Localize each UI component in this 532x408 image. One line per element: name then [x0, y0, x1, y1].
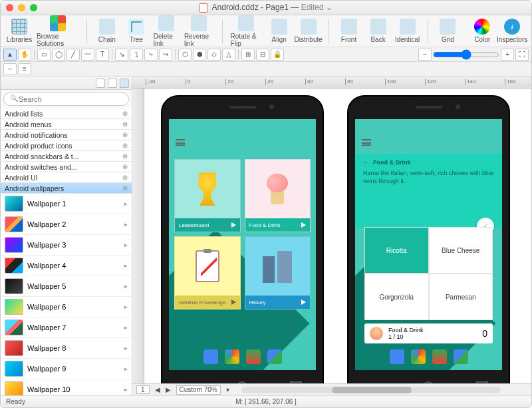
recent-icon[interactable] [476, 381, 488, 383]
delete-link-button[interactable]: Delete link [154, 15, 179, 47]
close-icon[interactable]: ⊗ [122, 184, 128, 192]
curve-tool[interactable]: 〰 [81, 49, 94, 61]
connector-tool-2[interactable]: ⤵ [130, 49, 143, 61]
connector-tool-3[interactable]: ⤷ [144, 49, 158, 61]
library-item[interactable]: Wallpaper 5▸ [1, 276, 132, 297]
category-item[interactable]: Android product icons⊗ [1, 140, 132, 151]
align-button[interactable]: Align [267, 19, 291, 43]
scroll-right-button[interactable]: ▶ [166, 386, 171, 393]
view-grid-icon[interactable] [96, 79, 105, 88]
recent-icon[interactable] [290, 381, 302, 383]
scroll-left-button[interactable]: ◀ [155, 386, 160, 393]
distribute-button[interactable]: Distribute [297, 19, 321, 43]
tree-button[interactable]: Tree [124, 19, 148, 43]
chain-button[interactable]: Chain [95, 19, 119, 43]
close-icon[interactable]: ⊗ [122, 110, 128, 117]
inspectors-button[interactable]: iInspectors [499, 19, 525, 43]
color-button[interactable]: Color [470, 19, 494, 43]
close-icon[interactable]: ⊗ [122, 163, 128, 170]
search-toggle-icon[interactable] [120, 79, 129, 88]
hand-tool[interactable]: ✋ [18, 49, 31, 61]
answer-option[interactable]: Blue Cheese [429, 227, 493, 274]
answer-option[interactable]: Gorgonzola [364, 274, 429, 320]
ungroup-tool[interactable]: ⊟ [256, 49, 269, 61]
close-icon[interactable]: ⊗ [122, 174, 128, 181]
pointer-tool[interactable]: ▲ [3, 49, 17, 61]
connector-tool-4[interactable]: ↪ [159, 49, 172, 61]
library-item[interactable]: Wallpaper 8▸ [1, 338, 132, 359]
app-icon[interactable] [267, 349, 282, 364]
library-item[interactable]: Wallpaper 4▸ [1, 256, 132, 276]
line-tool[interactable]: ╱ [66, 49, 80, 61]
front-button[interactable]: Front [337, 19, 361, 43]
answer-option[interactable]: Ricotta [364, 227, 429, 274]
category-item[interactable]: Android switches and...⊗ [1, 162, 132, 172]
library-item[interactable]: Wallpaper 3▸ [1, 235, 132, 256]
identical-button[interactable]: Identical [396, 19, 420, 43]
back-arrow-icon[interactable]: ← [363, 159, 369, 166]
card-food[interactable]: Food & Drink [245, 159, 311, 232]
format-btn-2[interactable]: ≡ [18, 63, 31, 75]
category-item[interactable]: Android snackbars & t...⊗ [1, 151, 132, 162]
close-icon[interactable]: ⊗ [122, 152, 128, 160]
app-icon[interactable] [454, 349, 468, 364]
back-button[interactable]: Back [366, 19, 390, 43]
close-icon[interactable]: ⊗ [122, 120, 128, 128]
connector-tool-1[interactable]: ↘ [115, 49, 128, 61]
phone-mockup-2[interactable]: ▮▮◢ ▮ 12:30 Italian for Beginners ←Food … [347, 95, 510, 383]
category-item[interactable]: Android notifications⊗ [1, 130, 132, 140]
reverse-link-button[interactable]: Reverse link [184, 15, 214, 47]
home-icon[interactable] [422, 381, 434, 383]
format-btn-1[interactable]: ⎓ [3, 63, 17, 75]
shape-tool-2[interactable]: ⬢ [193, 49, 206, 61]
card-general[interactable]: General Knowledge [174, 236, 241, 309]
library-item[interactable]: Wallpaper 2▸ [1, 214, 132, 235]
drawing-page[interactable]: ▮▮◢ ▮ 12:30 Italian for Beginners Leader… [144, 89, 531, 383]
app-icon[interactable] [225, 349, 239, 364]
libraries-button[interactable]: Libraries [7, 19, 31, 43]
page-tab[interactable]: 1 [136, 385, 150, 394]
app-icon[interactable] [246, 349, 261, 364]
grid-button[interactable]: Grid [436, 19, 460, 43]
category-item[interactable]: Android UI⊗ [1, 172, 132, 183]
shape-tool-3[interactable]: ◇ [207, 49, 221, 61]
zoom-dropdown-icon[interactable]: ▾ [226, 386, 229, 393]
app-icon[interactable] [432, 349, 447, 364]
browse-solutions-button[interactable]: Browse Solutions [37, 15, 78, 47]
category-item[interactable]: Android menus⊗ [1, 119, 132, 130]
app-icon[interactable] [390, 349, 404, 364]
view-list-icon[interactable] [108, 79, 117, 88]
library-item[interactable]: Wallpaper 9▸ [1, 359, 132, 379]
zoom-selector[interactable]: Custom 70% [176, 385, 221, 395]
ellipse-tool[interactable]: ◯ [52, 49, 65, 61]
group-tool[interactable]: ⊞ [241, 49, 255, 61]
app-icon[interactable] [411, 349, 426, 364]
library-item[interactable]: Wallpaper 10▸ [1, 379, 132, 395]
category-item[interactable]: Android wallpapers⊗ [1, 183, 132, 194]
category-item[interactable]: Android lists⊗ [1, 108, 132, 119]
app-icon[interactable] [203, 349, 218, 364]
search-input[interactable] [3, 93, 129, 106]
lock-tool[interactable]: 🔒 [271, 49, 284, 61]
zoom-in-button[interactable]: + [501, 49, 514, 61]
zoom-out-button[interactable]: − [418, 49, 432, 61]
shape-tool-1[interactable]: ⬡ [178, 49, 192, 61]
zoom-slider[interactable] [433, 49, 499, 60]
menu-icon[interactable] [176, 139, 185, 146]
text-tool[interactable]: T [96, 49, 109, 61]
card-leaderboard[interactable]: Leaderboard [174, 159, 241, 232]
library-item[interactable]: Wallpaper 1▸ [1, 194, 132, 214]
horizontal-scrollbar[interactable] [241, 387, 501, 393]
phone-mockup-1[interactable]: ▮▮◢ ▮ 12:30 Italian for Beginners Leader… [161, 95, 324, 383]
close-icon[interactable]: ⊗ [122, 131, 128, 138]
library-item[interactable]: Wallpaper 6▸ [1, 297, 132, 317]
rect-tool[interactable]: ▭ [37, 49, 51, 61]
rotate-flip-button[interactable]: Rotate & Flip [231, 15, 262, 47]
close-icon[interactable]: ⊗ [122, 142, 128, 149]
home-icon[interactable] [236, 381, 248, 383]
card-history[interactable]: History [245, 236, 311, 309]
menu-icon[interactable] [362, 139, 371, 146]
answer-option[interactable]: Parmesan [429, 274, 493, 320]
shape-tool-4[interactable]: △ [222, 49, 235, 61]
zoom-fit-button[interactable]: ⛶ [515, 49, 529, 61]
